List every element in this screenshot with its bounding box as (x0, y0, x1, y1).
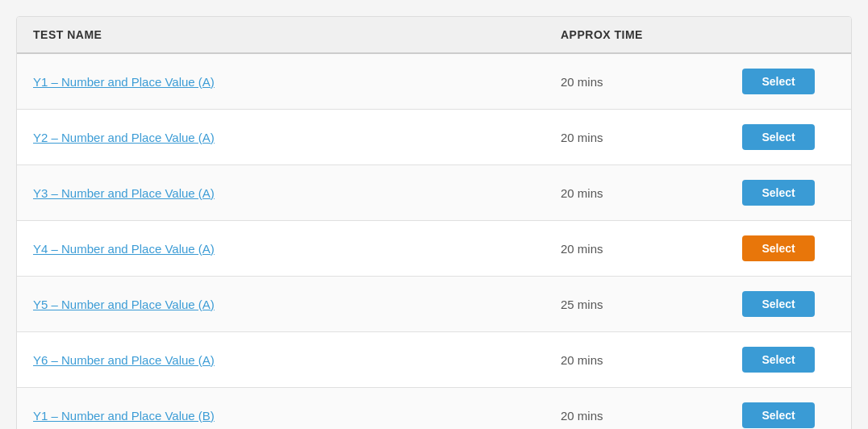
row-action: Select (722, 347, 835, 373)
row-test-name[interactable]: Y1 – Number and Place Value (A) (33, 75, 561, 89)
row-action: Select (722, 124, 835, 150)
select-button[interactable]: Select (742, 235, 815, 261)
row-test-name[interactable]: Y4 – Number and Place Value (A) (33, 242, 561, 256)
row-test-name[interactable]: Y2 – Number and Place Value (A) (33, 131, 561, 144)
table-row: Y4 – Number and Place Value (A)20 minsSe… (17, 221, 851, 277)
select-button[interactable]: Select (742, 69, 815, 94)
select-button[interactable]: Select (742, 124, 815, 150)
table-row: Y6 – Number and Place Value (A)20 minsSe… (17, 332, 851, 388)
select-button[interactable]: Select (742, 347, 815, 373)
row-approx-time: 20 mins (561, 242, 722, 256)
tests-table: TEST NAME APPROX TIME Y1 – Number and Pl… (16, 16, 852, 429)
row-approx-time: 20 mins (561, 186, 722, 200)
header-test-name: TEST NAME (33, 28, 561, 41)
row-action: Select (722, 402, 835, 428)
row-approx-time: 20 mins (561, 353, 722, 367)
row-test-name[interactable]: Y5 – Number and Place Value (A) (33, 298, 561, 311)
row-approx-time: 20 mins (561, 131, 722, 144)
table-row: Y5 – Number and Place Value (A)25 minsSe… (17, 277, 851, 332)
row-test-name[interactable]: Y3 – Number and Place Value (A) (33, 186, 561, 200)
row-action: Select (722, 69, 835, 94)
select-button[interactable]: Select (742, 180, 815, 206)
row-action: Select (722, 291, 835, 317)
row-action: Select (722, 180, 835, 206)
row-approx-time: 20 mins (561, 75, 722, 89)
table-body: Y1 – Number and Place Value (A)20 minsSe… (17, 54, 851, 429)
row-action: Select (722, 235, 835, 261)
table-row: Y2 – Number and Place Value (A)20 minsSe… (17, 110, 851, 165)
header-approx-time: APPROX TIME (561, 28, 722, 41)
select-button[interactable]: Select (742, 291, 815, 317)
row-approx-time: 20 mins (561, 409, 722, 423)
table-header: TEST NAME APPROX TIME (17, 17, 851, 54)
table-row: Y3 – Number and Place Value (A)20 minsSe… (17, 165, 851, 221)
row-test-name[interactable]: Y6 – Number and Place Value (A) (33, 353, 561, 367)
table-row: Y1 – Number and Place Value (B)20 minsSe… (17, 388, 851, 429)
select-button[interactable]: Select (742, 402, 815, 428)
row-test-name[interactable]: Y1 – Number and Place Value (B) (33, 409, 561, 423)
header-action (722, 28, 835, 41)
row-approx-time: 25 mins (561, 298, 722, 311)
table-row: Y1 – Number and Place Value (A)20 minsSe… (17, 54, 851, 110)
